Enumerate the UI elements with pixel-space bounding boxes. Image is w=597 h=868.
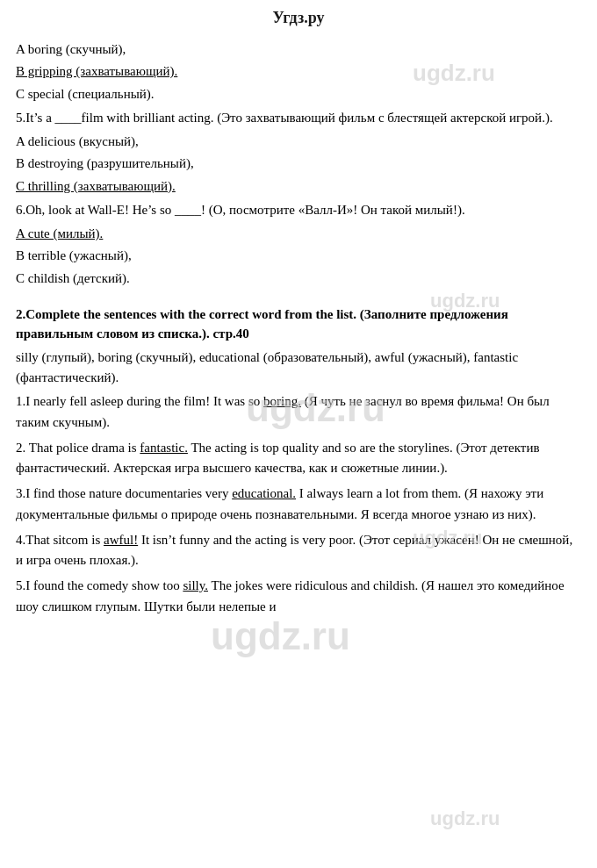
line-b-gripping: B gripping (захватывающий). — [16, 61, 581, 82]
line-a-cute: A cute (милый). — [16, 224, 581, 244]
part2-section: 2.Complete the sentences with the correc… — [16, 305, 581, 617]
page-title: Угдз.ру — [0, 0, 597, 34]
line-c-special: C special (специальный). — [16, 84, 581, 104]
answer-4: 4.That sitcom is awful! It isn’t funny a… — [16, 530, 581, 571]
line-6-walle: 6.Oh, look at Wall-E! He’s so ____! (О, … — [16, 200, 581, 220]
line-a-delicious: A delicious (вкусный), — [16, 132, 581, 152]
line-c-childish: C childish (детский). — [16, 269, 581, 289]
part1-section: A boring (скучный), B gripping (захватыв… — [16, 39, 581, 289]
answer-3: 3.I find those nature documentaries very… — [16, 484, 581, 525]
line-c-thrilling: C thrilling (захватывающий). — [16, 176, 581, 197]
word-list: silly (глупый), boring (скучный), educat… — [16, 348, 581, 389]
answer-1: 1.I nearly fell asleep during the film! … — [16, 391, 581, 433]
main-content: A boring (скучный), B gripping (захватыв… — [0, 34, 597, 631]
answer-5: 5.I found the comedy show too silly. The… — [16, 576, 581, 617]
line-b-terrible: B terrible (ужасный), — [16, 246, 581, 266]
section-2-title: 2.Complete the sentences with the correc… — [16, 305, 581, 344]
line-a-boring: A boring (скучный), — [16, 39, 581, 60]
watermark-6: ugdz.ru — [430, 807, 500, 830]
line-b-destroying: B destroying (разрушительный), — [16, 154, 581, 174]
line-5-film: 5.It’s a ____film with brilliant acting.… — [16, 108, 581, 128]
answer-2: 2. That police drama is fantastic. The a… — [16, 438, 581, 479]
